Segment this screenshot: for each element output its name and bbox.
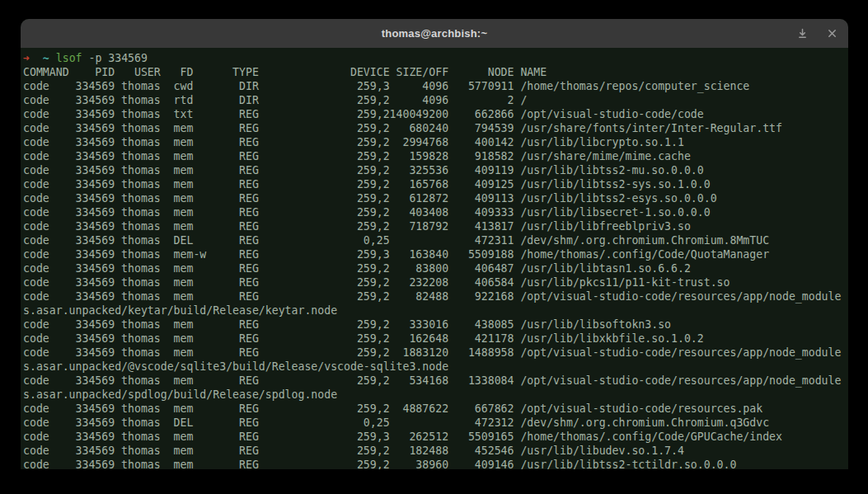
- prompt-command: lsof: [56, 52, 82, 64]
- prompt-args: -p 334569: [88, 52, 147, 64]
- lsof-row: code 334569 thomas mem REG 259,2 82488 9…: [23, 289, 841, 318]
- lsof-row: code 334569 thomas mem REG 259,2 162648 …: [23, 332, 841, 346]
- lsof-row: code 334569 thomas DEL REG 0,25 472312 /…: [23, 416, 841, 430]
- lsof-row: code 334569 thomas mem REG 259,2 680240 …: [23, 121, 841, 135]
- lsof-header-row: COMMAND PID USER FD TYPE DEVICE SIZE/OFF…: [23, 65, 841, 79]
- lsof-row: code 334569 thomas mem REG 259,2 1883120…: [23, 346, 841, 374]
- close-icon: [828, 29, 837, 38]
- lsof-row: code 334569 thomas mem REG 259,2 232208 …: [23, 275, 841, 289]
- lsof-row: code 334569 thomas cwd DIR 259,3 4096 57…: [23, 79, 841, 93]
- lsof-row: code 334569 thomas mem REG 259,2 718792 …: [23, 219, 841, 233]
- prompt-cwd: ~: [43, 52, 49, 64]
- window-title: thomas@archbish:~: [382, 27, 487, 40]
- terminal-output: ➜ ~ lsof -p 334569 COMMAND PID USER FD T…: [23, 51, 841, 469]
- terminal-window: thomas@archbish:~ ➜ ~ ls: [21, 19, 848, 469]
- lsof-row: code 334569 thomas mem REG 259,2 612872 …: [23, 191, 841, 205]
- download-button[interactable]: [795, 27, 809, 40]
- lsof-row: code 334569 thomas txt REG 259,214004920…: [23, 107, 841, 121]
- lsof-row: code 334569 thomas DEL REG 0,25 472311 /…: [23, 233, 841, 247]
- prompt-arrow-icon: ➜: [23, 52, 30, 64]
- lsof-row: code 334569 thomas mem REG 259,2 4887622…: [23, 402, 841, 416]
- desktop: { "window": { "title": "thomas@archbish:…: [0, 0, 868, 494]
- lsof-row: code 334569 thomas mem REG 259,2 165768 …: [23, 177, 841, 191]
- close-button[interactable]: [825, 27, 838, 40]
- lsof-row: code 334569 thomas mem REG 259,2 403408 …: [23, 205, 841, 219]
- lsof-row: code 334569 thomas rtd DIR 259,2 4096 2 …: [23, 93, 841, 107]
- lsof-row: code 334569 thomas mem REG 259,2 83800 4…: [23, 261, 841, 275]
- lsof-row: code 334569 thomas mem-w REG 259,3 16384…: [23, 247, 841, 261]
- terminal-screen[interactable]: ➜ ~ lsof -p 334569 COMMAND PID USER FD T…: [21, 48, 848, 469]
- titlebar[interactable]: thomas@archbish:~: [21, 19, 848, 48]
- download-icon: [797, 28, 808, 39]
- lsof-row: code 334569 thomas mem REG 259,2 159828 …: [23, 149, 841, 163]
- lsof-row: code 334569 thomas mem REG 259,2 333016 …: [23, 318, 841, 332]
- lsof-row: code 334569 thomas mem REG 259,3 262512 …: [23, 430, 841, 444]
- lsof-row: code 334569 thomas mem REG 259,2 38960 4…: [23, 458, 841, 469]
- lsof-row: code 334569 thomas mem REG 259,2 325536 …: [23, 163, 841, 177]
- window-controls: [795, 19, 838, 48]
- prompt-line: ➜ ~ lsof -p 334569: [23, 51, 841, 65]
- lsof-row: code 334569 thomas mem REG 259,2 534168 …: [23, 374, 841, 402]
- lsof-row: code 334569 thomas mem REG 259,2 2994768…: [23, 135, 841, 149]
- lsof-row: code 334569 thomas mem REG 259,2 182488 …: [23, 444, 841, 458]
